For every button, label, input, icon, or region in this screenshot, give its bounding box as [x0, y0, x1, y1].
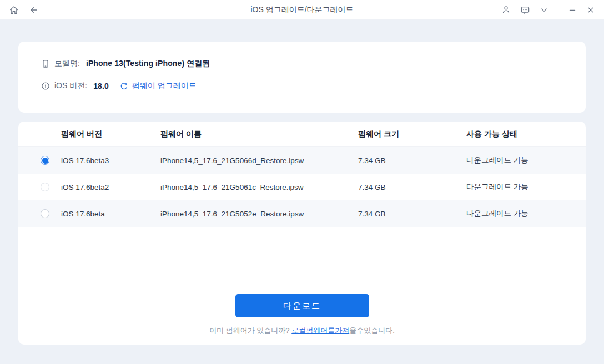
close-icon — [586, 6, 595, 14]
close-button[interactable] — [586, 6, 595, 14]
titlebar-separator — [558, 6, 558, 13]
firmware-radio[interactable] — [41, 209, 49, 218]
menu-button[interactable] — [540, 6, 548, 14]
phone-icon — [41, 59, 50, 68]
firmware-table-row[interactable]: iOS 17.6beta2 iPhone14,5_17.6_21G5061c_R… — [18, 174, 586, 200]
model-value: iPhone 13(Testing iPhone) 연결됨 — [86, 59, 210, 69]
table-body: iOS 17.6beta3 iPhone14,5_17.6_21G5066d_R… — [18, 147, 586, 227]
refresh-icon — [120, 82, 128, 90]
chevron-down-icon — [540, 6, 548, 14]
home-icon — [9, 5, 19, 15]
back-button[interactable] — [29, 5, 39, 15]
firmware-table-row[interactable]: iOS 17.6beta3 iPhone14,5_17.6_21G5066d_R… — [18, 147, 586, 174]
local-firmware-link[interactable]: 로컬펌웨어를가져 — [291, 326, 349, 335]
titlebar: iOS 업그레이드/다운그레이드 — [0, 0, 604, 20]
download-button[interactable]: 다운로드 — [235, 294, 369, 317]
feedback-button[interactable] — [520, 5, 530, 15]
firmware-size-cell: 7.34 GB — [358, 210, 466, 218]
minimize-button[interactable] — [568, 6, 577, 14]
firmware-status-cell: 다운그레이드 가능 — [466, 209, 586, 219]
header-firmware-name: 펌웨어 이름 — [160, 129, 358, 139]
header-firmware-size: 펌웨어 크기 — [358, 129, 466, 139]
firmware-upgrade-label: 펌웨어 업그레이드 — [132, 81, 197, 91]
local-firmware-hint: 이미 펌웨어가 있습니까? 로컬펌웨어를가져올수있습니다. — [18, 326, 586, 336]
device-info-card: 모델명: iPhone 13(Testing iPhone) 연결됨 iOS 버… — [18, 42, 586, 113]
model-label: 모델명: — [54, 59, 80, 69]
firmware-name-cell: iPhone14,5_17.6_21G5052e_Restore.ipsw — [160, 210, 358, 218]
firmware-status-cell: 다운그레이드 가능 — [466, 155, 586, 165]
hint-prefix: 이미 펌웨어가 있습니까? — [209, 326, 291, 335]
firmware-radio[interactable] — [41, 183, 49, 191]
arrow-left-icon — [29, 5, 39, 15]
ios-version-value: 18.0 — [93, 82, 109, 90]
firmware-radio[interactable] — [41, 156, 49, 165]
firmware-table-row[interactable]: iOS 17.6beta iPhone14,5_17.6_21G5052e_Re… — [18, 200, 586, 227]
firmware-table-card: 펌웨어 버전 펌웨어 이름 펌웨어 크기 사용 가능 상태 iOS 17.6be… — [18, 122, 586, 345]
header-availability-status: 사용 가능 상태 — [466, 129, 586, 139]
info-icon — [41, 82, 50, 90]
user-icon — [501, 5, 511, 14]
firmware-size-cell: 7.34 GB — [358, 183, 466, 191]
firmware-name-cell: iPhone14,5_17.6_21G5066d_Restore.ipsw — [160, 156, 358, 165]
firmware-status-cell: 다운그레이드 가능 — [466, 182, 586, 192]
table-header-row: 펌웨어 버전 펌웨어 이름 펌웨어 크기 사용 가능 상태 — [18, 122, 586, 147]
page-title: iOS 업그레이드/다운그레이드 — [250, 5, 353, 15]
firmware-version-cell: iOS 17.6beta2 — [61, 183, 160, 191]
firmware-version-cell: iOS 17.6beta3 — [61, 156, 160, 165]
firmware-size-cell: 7.34 GB — [358, 156, 466, 165]
firmware-version-cell: iOS 17.6beta — [61, 210, 160, 218]
firmware-name-cell: iPhone14,5_17.6_21G5061c_Restore.ipsw — [160, 183, 358, 191]
home-button[interactable] — [9, 5, 19, 15]
hint-suffix: 올수있습니다. — [349, 326, 395, 335]
chat-bubble-icon — [520, 5, 530, 15]
firmware-upgrade-link[interactable]: 펌웨어 업그레이드 — [120, 81, 197, 91]
header-firmware-version: 펌웨어 버전 — [61, 129, 160, 139]
account-button[interactable] — [501, 5, 511, 14]
ios-version-label: iOS 버전: — [54, 81, 87, 91]
minimize-icon — [568, 6, 577, 14]
